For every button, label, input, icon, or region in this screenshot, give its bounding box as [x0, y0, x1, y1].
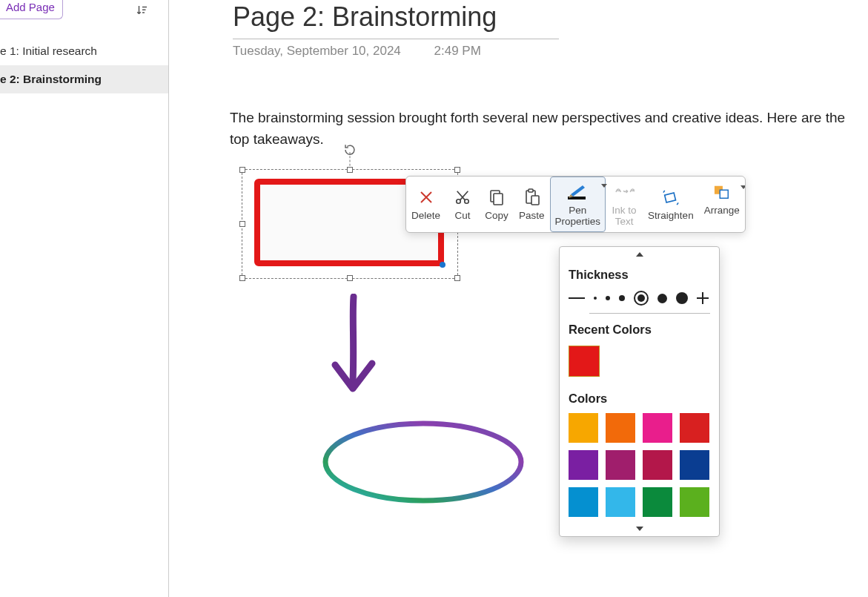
delete-button[interactable]: Delete — [406, 177, 445, 232]
paste-label: Paste — [519, 211, 545, 222]
thickness-option-1[interactable] — [594, 297, 597, 300]
page-sidebar: Add Page e 1: Initial research e 2: Brai… — [0, 0, 169, 597]
color-swatch-11[interactable] — [680, 487, 709, 517]
color-swatch-0[interactable] — [569, 413, 598, 443]
color-swatch-1[interactable] — [606, 413, 635, 443]
resize-handle-sw[interactable] — [239, 275, 245, 281]
ink-ellipse[interactable] — [316, 414, 538, 510]
color-swatch-6[interactable] — [643, 450, 672, 480]
thickness-option-6[interactable] — [676, 292, 688, 304]
thickness-section-title: Thickness — [560, 262, 719, 286]
copy-button[interactable]: Copy — [480, 177, 514, 232]
recent-color-swatch[interactable] — [569, 346, 600, 377]
resize-handle-w[interactable] — [239, 221, 245, 227]
arrange-button[interactable]: Arrange — [699, 177, 745, 221]
resize-handle-ne[interactable] — [454, 167, 460, 173]
add-page-button[interactable]: Add Page — [0, 0, 63, 19]
thickness-option-4-selected[interactable] — [634, 291, 649, 306]
chevron-down-icon[interactable] — [741, 185, 746, 189]
straighten-label: Straighten — [648, 211, 694, 222]
panel-collapse-down[interactable] — [560, 521, 719, 536]
paste-button[interactable]: Paste — [514, 177, 550, 232]
thickness-increase[interactable] — [697, 292, 709, 304]
panel-collapse-up[interactable] — [560, 247, 719, 262]
clipboard-icon — [520, 187, 543, 208]
page-header: Page 2: Brainstorming Tuesday, September… — [233, 1, 559, 59]
sidebar-item-page-2[interactable]: e 2: Brainstorming — [0, 65, 168, 93]
delete-label: Delete — [411, 211, 440, 222]
color-swatch-2[interactable] — [643, 413, 672, 443]
copy-label: Copy — [485, 211, 508, 222]
colors-section-title: Colors — [560, 386, 719, 410]
thickness-option-3[interactable] — [619, 295, 625, 301]
resize-handle-nw[interactable] — [239, 167, 245, 173]
arrange-label: Arrange — [704, 205, 740, 217]
scissors-icon — [451, 187, 474, 208]
page-date: Tuesday, September 10, 2024 — [233, 44, 401, 58]
color-swatch-5[interactable] — [606, 450, 635, 480]
pen-properties-panel: Thickness Recent Colors Colors — [559, 246, 720, 537]
color-swatch-7[interactable] — [680, 450, 709, 480]
color-palette — [560, 410, 719, 521]
chevron-down-icon[interactable] — [601, 184, 607, 188]
svg-rect-9 — [664, 193, 675, 202]
color-swatch-9[interactable] — [606, 487, 635, 517]
thickness-decrease[interactable] — [569, 297, 585, 299]
x-icon — [415, 187, 437, 208]
svg-point-2 — [465, 199, 469, 204]
thickness-option-5[interactable] — [657, 294, 667, 303]
svg-point-0 — [325, 423, 521, 501]
cut-button[interactable]: Cut — [445, 177, 480, 232]
sidebar-item-page-1[interactable]: e 1: Initial research — [0, 37, 168, 65]
thickness-picker — [560, 286, 719, 313]
thickness-option-2[interactable] — [606, 296, 610, 300]
resize-handle-n[interactable] — [347, 167, 353, 173]
svg-point-1 — [457, 199, 461, 204]
cut-label: Cut — [455, 211, 471, 222]
svg-rect-4 — [494, 194, 503, 205]
straighten-button[interactable]: Straighten — [643, 177, 699, 232]
page-date-row: Tuesday, September 10, 2024 2:49 PM — [233, 44, 559, 59]
resize-handle-s[interactable] — [347, 275, 353, 281]
pen-properties-label: PenProperties — [555, 205, 601, 228]
copy-icon — [486, 187, 508, 208]
ink-to-text-icon — [613, 182, 635, 202]
page-time: 2:49 PM — [434, 44, 481, 58]
pen-properties-icon — [566, 182, 589, 202]
color-swatch-8[interactable] — [569, 487, 598, 517]
page-list: e 1: Initial research e 2: Brainstorming — [0, 37, 168, 93]
svg-rect-7 — [531, 196, 539, 205]
svg-rect-11 — [720, 190, 728, 198]
divider — [589, 313, 710, 314]
ink-context-toolbar: Delete Cut Copy Paste — [405, 176, 746, 233]
color-swatch-4[interactable] — [569, 450, 598, 480]
arrange-icon — [711, 182, 733, 202]
color-swatch-10[interactable] — [643, 487, 672, 517]
pen-properties-button[interactable]: PenProperties — [550, 177, 606, 232]
straighten-icon — [660, 187, 682, 208]
resize-handle-se[interactable] — [454, 275, 460, 281]
page-title[interactable]: Page 2: Brainstorming — [233, 1, 559, 39]
color-swatch-3[interactable] — [680, 413, 709, 443]
note-canvas: Page 2: Brainstorming Tuesday, September… — [169, 0, 868, 597]
sort-icon[interactable] — [136, 4, 149, 17]
rotate-handle-icon[interactable] — [343, 143, 357, 156]
ink-arrow-down[interactable] — [323, 294, 382, 405]
ink-to-text-button: Ink toText — [606, 177, 643, 232]
body-text[interactable]: The brainstorming session brought forth … — [230, 108, 860, 150]
svg-rect-6 — [529, 189, 533, 192]
recent-colors-section-title: Recent Colors — [560, 317, 719, 341]
ink-to-text-label: Ink toText — [612, 205, 637, 228]
